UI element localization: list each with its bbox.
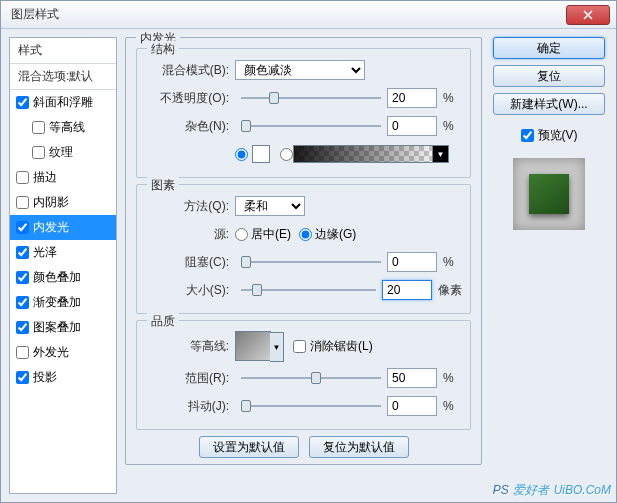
- style-item-checkbox[interactable]: [16, 96, 29, 109]
- glow-color-swatch[interactable]: [252, 145, 270, 163]
- style-item-checkbox[interactable]: [16, 296, 29, 309]
- style-item-11[interactable]: 投影: [10, 365, 116, 390]
- style-item-label: 内发光: [33, 219, 69, 236]
- preview-checkbox[interactable]: 预览(V): [521, 127, 578, 144]
- style-item-checkbox[interactable]: [16, 246, 29, 259]
- style-item-6[interactable]: 光泽: [10, 240, 116, 265]
- structure-title: 结构: [147, 41, 179, 58]
- style-item-checkbox[interactable]: [16, 171, 29, 184]
- technique-label: 方法(Q):: [145, 198, 235, 215]
- style-item-label: 图案叠加: [33, 319, 81, 336]
- size-label: 大小(S):: [145, 282, 235, 299]
- elements-title: 图素: [147, 177, 179, 194]
- style-item-label: 斜面和浮雕: [33, 94, 93, 111]
- size-slider[interactable]: [241, 281, 376, 299]
- opacity-label: 不透明度(O):: [145, 90, 235, 107]
- source-edge-radio[interactable]: 边缘(G): [299, 226, 356, 243]
- titlebar: 图层样式: [1, 1, 616, 29]
- style-item-label: 描边: [33, 169, 57, 186]
- noise-slider[interactable]: [241, 117, 381, 135]
- style-list: 样式 混合选项:默认 斜面和浮雕等高线纹理描边内阴影内发光光泽颜色叠加渐变叠加图…: [9, 37, 117, 494]
- choke-slider[interactable]: [241, 253, 381, 271]
- style-item-3[interactable]: 描边: [10, 165, 116, 190]
- style-item-label: 外发光: [33, 344, 69, 361]
- preview-thumbnail: [513, 158, 585, 230]
- style-item-checkbox[interactable]: [16, 271, 29, 284]
- preview-inner-icon: [529, 174, 569, 214]
- style-item-checkbox[interactable]: [16, 346, 29, 359]
- range-label: 范围(R):: [145, 370, 235, 387]
- chevron-down-icon[interactable]: ▼: [270, 332, 284, 362]
- style-item-5[interactable]: 内发光: [10, 215, 116, 240]
- style-item-label: 颜色叠加: [33, 269, 81, 286]
- close-button[interactable]: [566, 5, 610, 25]
- source-center-radio[interactable]: 居中(E): [235, 226, 291, 243]
- reset-default-button[interactable]: 复位为默认值: [309, 436, 409, 458]
- style-item-checkbox[interactable]: [32, 146, 45, 159]
- style-item-8[interactable]: 渐变叠加: [10, 290, 116, 315]
- quality-title: 品质: [147, 313, 179, 330]
- blend-mode-label: 混合模式(B):: [145, 62, 235, 79]
- range-input[interactable]: [387, 368, 437, 388]
- style-item-0[interactable]: 斜面和浮雕: [10, 90, 116, 115]
- range-slider[interactable]: [241, 369, 381, 387]
- blend-options-default[interactable]: 混合选项:默认: [10, 64, 116, 90]
- style-item-checkbox[interactable]: [16, 196, 29, 209]
- size-input[interactable]: [382, 280, 432, 300]
- noise-label: 杂色(N):: [145, 118, 235, 135]
- style-item-label: 纹理: [49, 144, 73, 161]
- jitter-slider[interactable]: [241, 397, 381, 415]
- glow-color-radio[interactable]: [235, 148, 248, 161]
- range-unit: %: [443, 371, 454, 385]
- choke-input[interactable]: [387, 252, 437, 272]
- antialias-checkbox[interactable]: 消除锯齿(L): [293, 338, 373, 355]
- style-item-checkbox[interactable]: [16, 221, 29, 234]
- close-icon: [583, 10, 593, 20]
- style-item-checkbox[interactable]: [32, 121, 45, 134]
- style-list-header[interactable]: 样式: [10, 38, 116, 64]
- main-panel: 内发光 结构 混合模式(B): 颜色减淡 不透明度(O): %: [125, 37, 482, 494]
- structure-group: 结构 混合模式(B): 颜色减淡 不透明度(O): % 杂色(N):: [136, 48, 471, 178]
- noise-input[interactable]: [387, 116, 437, 136]
- quality-group: 品质 等高线: ▼ 消除锯齿(L) 范围(R): % 抖动(J):: [136, 320, 471, 430]
- cancel-button[interactable]: 复位: [493, 65, 605, 87]
- contour-picker[interactable]: ▼: [235, 331, 271, 361]
- contour-label: 等高线:: [145, 338, 235, 355]
- size-unit: 像素: [438, 282, 462, 299]
- style-item-9[interactable]: 图案叠加: [10, 315, 116, 340]
- glow-gradient-swatch[interactable]: [293, 145, 433, 163]
- style-item-10[interactable]: 外发光: [10, 340, 116, 365]
- style-item-checkbox[interactable]: [16, 371, 29, 384]
- jitter-label: 抖动(J):: [145, 398, 235, 415]
- choke-label: 阻塞(C):: [145, 254, 235, 271]
- opacity-input[interactable]: [387, 88, 437, 108]
- ok-button[interactable]: 确定: [493, 37, 605, 59]
- elements-group: 图素 方法(Q): 柔和 源: 居中(E) 边缘(G) 阻塞(C):: [136, 184, 471, 314]
- noise-unit: %: [443, 119, 454, 133]
- gradient-dropdown-icon[interactable]: ▼: [433, 145, 449, 163]
- source-label: 源:: [145, 226, 235, 243]
- blend-mode-select[interactable]: 颜色减淡: [235, 60, 365, 80]
- style-item-4[interactable]: 内阴影: [10, 190, 116, 215]
- style-item-label: 等高线: [49, 119, 85, 136]
- opacity-unit: %: [443, 91, 454, 105]
- jitter-unit: %: [443, 399, 454, 413]
- right-column: 确定 复位 新建样式(W)... 预览(V): [490, 37, 608, 494]
- style-item-label: 渐变叠加: [33, 294, 81, 311]
- style-item-checkbox[interactable]: [16, 321, 29, 334]
- inner-glow-group: 内发光 结构 混合模式(B): 颜色减淡 不透明度(O): %: [125, 37, 482, 465]
- opacity-slider[interactable]: [241, 89, 381, 107]
- dialog-title: 图层样式: [11, 6, 59, 23]
- layer-style-dialog: 图层样式 样式 混合选项:默认 斜面和浮雕等高线纹理描边内阴影内发光光泽颜色叠加…: [0, 0, 617, 503]
- style-item-label: 投影: [33, 369, 57, 386]
- style-item-label: 内阴影: [33, 194, 69, 211]
- style-item-7[interactable]: 颜色叠加: [10, 265, 116, 290]
- jitter-input[interactable]: [387, 396, 437, 416]
- style-item-label: 光泽: [33, 244, 57, 261]
- technique-select[interactable]: 柔和: [235, 196, 305, 216]
- style-item-2[interactable]: 纹理: [10, 140, 116, 165]
- style-item-1[interactable]: 等高线: [10, 115, 116, 140]
- glow-gradient-radio[interactable]: [280, 148, 293, 161]
- new-style-button[interactable]: 新建样式(W)...: [493, 93, 605, 115]
- set-default-button[interactable]: 设置为默认值: [199, 436, 299, 458]
